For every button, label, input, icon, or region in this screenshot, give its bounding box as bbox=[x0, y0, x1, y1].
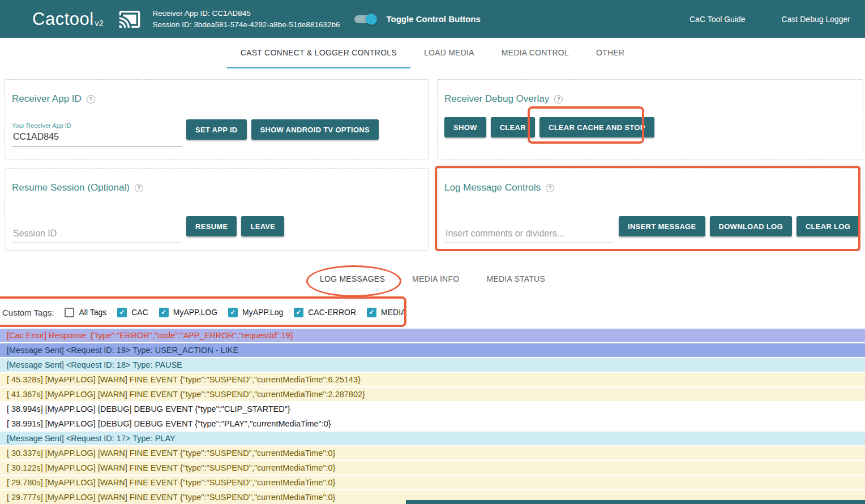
checkbox-unchecked-icon[interactable] bbox=[65, 308, 74, 317]
panel-title: Receiver App ID bbox=[12, 93, 421, 105]
panel-title: Log Message Controls bbox=[444, 182, 856, 193]
app-logo-text: Cactool bbox=[32, 9, 94, 29]
log-row: [ 38.994s] [MyAPP.LOG] [DEBUG] DEBUG EVE… bbox=[0, 402, 865, 416]
log-row: [Message Sent] <Request ID: 19> Type: US… bbox=[0, 343, 865, 357]
log-row: [ 45.328s] [MyAPP.LOG] [WARN] FINE EVENT… bbox=[0, 373, 865, 386]
help-icon[interactable] bbox=[87, 95, 95, 104]
panel-receiver-app-id: Receiver App ID Your Receiver App ID SET… bbox=[5, 79, 429, 160]
panel-title-text: Log Message Controls bbox=[444, 182, 541, 193]
tag-cac-error[interactable]: CAC-ERROR bbox=[294, 308, 356, 317]
toggle-label: Toggle Control Buttons bbox=[386, 14, 480, 24]
tag-label: All Tags bbox=[79, 308, 106, 317]
panel-title-text: Receiver App ID bbox=[12, 93, 82, 105]
checkbox-checked-icon[interactable] bbox=[294, 308, 303, 317]
tag-cac[interactable]: CAC bbox=[117, 308, 148, 317]
receiver-app-id-text: Receiver App ID: CC1AD845 bbox=[152, 8, 340, 19]
link-cast-debug-logger[interactable]: Cast Debug Logger bbox=[782, 15, 850, 24]
app-logo: Cactoolv2 bbox=[32, 9, 104, 29]
main-tabbar: CAST CONNECT & LOGGER CONTROLS LOAD MEDI… bbox=[0, 38, 865, 68]
panel-receiver-debug-overlay: Receiver Debug Overlay SHOW CLEAR CLEAR … bbox=[437, 79, 863, 160]
help-icon[interactable] bbox=[546, 184, 554, 192]
tag-myapp-log-upper[interactable]: MyAPP.LOG bbox=[159, 308, 217, 317]
log-row: [ 41.367s] [MyAPP.LOG] [WARN] FINE EVENT… bbox=[0, 387, 865, 401]
log-comment-input[interactable] bbox=[444, 226, 614, 243]
app-id-input-label: Your Receiver App ID bbox=[12, 122, 182, 129]
clear-log-button[interactable]: CLEAR LOG bbox=[797, 216, 859, 236]
app-id-input-group: Your Receiver App ID bbox=[12, 122, 182, 147]
toggle-thumb bbox=[366, 14, 377, 25]
app-id-input[interactable] bbox=[12, 129, 182, 147]
set-app-id-button[interactable]: SET APP ID bbox=[186, 119, 247, 140]
custom-tags-row: Custom Tags: All Tags CAC MyAPP.LOG MyAP… bbox=[0, 298, 865, 326]
tag-media[interactable]: MEDIA bbox=[367, 308, 406, 317]
log-row: [Message Sent] <Request ID: 18> Type: PA… bbox=[0, 358, 865, 372]
cast-icon bbox=[116, 8, 143, 31]
footer-strip bbox=[406, 500, 865, 504]
tab-load-media[interactable]: LOAD MEDIA bbox=[410, 38, 488, 68]
log-comment-input-group bbox=[444, 226, 614, 243]
custom-tags-label: Custom Tags: bbox=[2, 308, 54, 317]
checkbox-checked-icon[interactable] bbox=[159, 308, 169, 317]
help-icon[interactable] bbox=[135, 184, 143, 192]
control-buttons-toggle[interactable] bbox=[354, 14, 377, 25]
tab-media-control[interactable]: MEDIA CONTROL bbox=[488, 38, 583, 68]
tab-other[interactable]: OTHER bbox=[583, 38, 638, 68]
insert-message-button[interactable]: INSERT MESSAGE bbox=[619, 216, 705, 236]
leave-button[interactable]: LEAVE bbox=[241, 216, 284, 236]
log-row: [ 38.991s] [MyAPP.LOG] [DEBUG] DEBUG EVE… bbox=[0, 417, 865, 430]
link-cac-tool-guide[interactable]: CaC Tool Guide bbox=[690, 15, 746, 24]
panel-title: Receiver Debug Overlay bbox=[444, 93, 856, 105]
resume-button[interactable]: RESUME bbox=[186, 216, 237, 236]
tag-label: CAC bbox=[131, 308, 148, 317]
session-id-input[interactable] bbox=[12, 226, 182, 243]
checkbox-checked-icon[interactable] bbox=[228, 308, 238, 317]
log-row: [ 30.337s] [MyAPP.LOG] [WARN] FINE EVENT… bbox=[0, 446, 865, 460]
session-id-text: Session ID: 3bdea581-574e-4292-a8be-51de… bbox=[152, 19, 340, 31]
app-header: Cactoolv2 Receiver App ID: CC1AD845 Sess… bbox=[0, 0, 865, 38]
help-icon[interactable] bbox=[554, 95, 563, 104]
log-row: [Message Sent] <Request ID: 17> Type: PL… bbox=[0, 432, 865, 445]
checkbox-checked-icon[interactable] bbox=[367, 308, 376, 317]
show-overlay-button[interactable]: SHOW bbox=[444, 117, 486, 137]
tag-myapp-log-mixed[interactable]: MyAPP.Log bbox=[228, 308, 283, 317]
clear-cache-and-stop-button[interactable]: CLEAR CACHE AND STOP bbox=[539, 117, 654, 137]
tag-label: MyAPP.Log bbox=[242, 308, 283, 317]
session-info: Receiver App ID: CC1AD845 Session ID: 3b… bbox=[152, 8, 340, 31]
panel-resume-session: Resume Session (Optional) RESUME LEAVE bbox=[5, 168, 429, 251]
tag-label: MEDIA bbox=[381, 308, 406, 317]
panel-log-message-controls: Log Message Controls INSERT MESSAGE DOWN… bbox=[437, 168, 863, 251]
tab-media-info[interactable]: MEDIA INFO bbox=[399, 262, 473, 296]
log-row: [Cac Error] Response: {"type":"ERROR","c… bbox=[0, 329, 865, 342]
log-message-list: [Cac Error] Response: {"type":"ERROR","c… bbox=[0, 329, 865, 504]
clear-overlay-button[interactable]: CLEAR bbox=[491, 117, 535, 137]
controls-grid: Receiver App ID Your Receiver App ID SET… bbox=[0, 68, 865, 251]
show-android-tv-options-button[interactable]: SHOW ANDROID TV OPTIONS bbox=[251, 119, 379, 140]
app-logo-version: v2 bbox=[95, 19, 104, 28]
log-tabbar: LOG MESSAGES MEDIA INFO MEDIA STATUS bbox=[0, 262, 865, 296]
checkbox-checked-icon[interactable] bbox=[117, 308, 127, 317]
session-id-input-group bbox=[12, 226, 182, 243]
tag-label: CAC-ERROR bbox=[308, 308, 356, 317]
log-row: [ 29.780s] [MyAPP.LOG] [WARN] FINE EVENT… bbox=[0, 476, 865, 489]
panel-title-text: Resume Session (Optional) bbox=[12, 182, 130, 193]
download-log-button[interactable]: DOWNLOAD LOG bbox=[710, 216, 792, 236]
panel-title: Resume Session (Optional) bbox=[12, 182, 421, 193]
log-row: [ 30.122s] [MyAPP.LOG] [WARN] FINE EVENT… bbox=[0, 461, 865, 475]
panel-title-text: Receiver Debug Overlay bbox=[444, 93, 549, 105]
tab-media-status[interactable]: MEDIA STATUS bbox=[473, 262, 559, 296]
tab-cast-connect-logger-controls[interactable]: CAST CONNECT & LOGGER CONTROLS bbox=[227, 38, 410, 68]
tab-log-messages[interactable]: LOG MESSAGES bbox=[306, 262, 399, 296]
tag-all-tags[interactable]: All Tags bbox=[65, 308, 106, 317]
tag-label: MyAPP.LOG bbox=[173, 308, 217, 317]
